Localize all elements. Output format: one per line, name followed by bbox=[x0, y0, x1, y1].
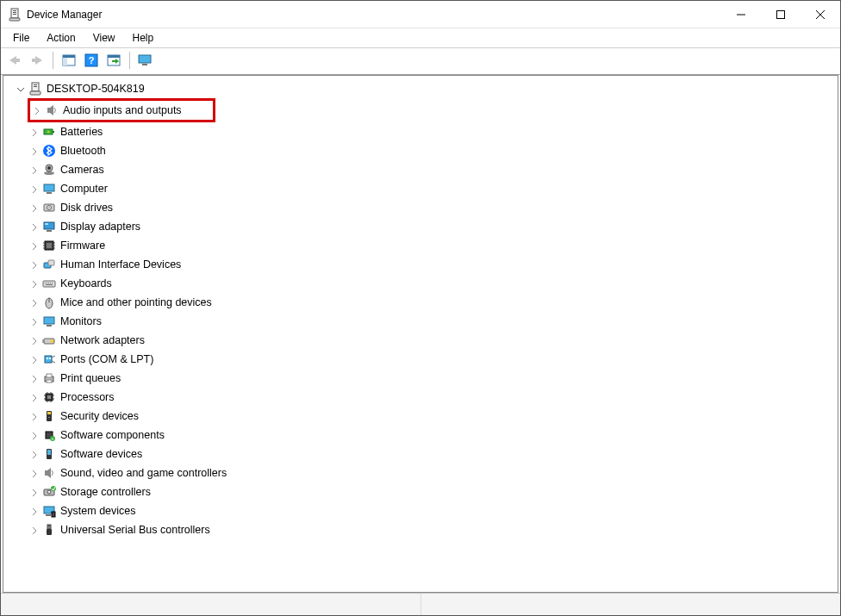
svg-rect-58 bbox=[46, 284, 53, 285]
tree-category[interactable]: Display adapters bbox=[7, 217, 838, 236]
expand-icon[interactable] bbox=[28, 258, 40, 271]
network-icon bbox=[41, 333, 57, 348]
expand-icon[interactable] bbox=[28, 448, 40, 460]
sw-component-icon: + bbox=[41, 427, 57, 443]
tree-category[interactable]: Monitors bbox=[7, 312, 838, 331]
svg-rect-43 bbox=[47, 243, 52, 248]
help-button[interactable]: ? bbox=[81, 51, 102, 70]
expand-icon[interactable] bbox=[28, 296, 40, 308]
expand-icon[interactable] bbox=[28, 410, 40, 422]
tree-category[interactable]: Ports (COM & LPT) bbox=[7, 350, 838, 369]
svg-rect-100 bbox=[52, 512, 55, 517]
svg-rect-68 bbox=[47, 358, 48, 359]
expand-icon[interactable] bbox=[28, 126, 40, 138]
svg-rect-1 bbox=[13, 10, 16, 11]
svg-rect-103 bbox=[48, 526, 50, 526]
tree-category[interactable]: Software devices bbox=[7, 445, 838, 464]
maximize-button[interactable] bbox=[761, 1, 801, 28]
tree-category[interactable]: Storage controllers bbox=[7, 482, 838, 501]
svg-rect-2 bbox=[13, 12, 16, 13]
svg-rect-99 bbox=[46, 514, 51, 516]
tree-category[interactable]: Processors bbox=[7, 388, 838, 407]
monitor-button[interactable] bbox=[135, 51, 156, 70]
show-hide-tree-button[interactable] bbox=[59, 51, 79, 70]
expand-icon[interactable] bbox=[28, 372, 40, 384]
svg-rect-57 bbox=[52, 283, 53, 283]
tree-category[interactable]: Keyboards bbox=[7, 274, 838, 293]
svg-rect-13 bbox=[63, 58, 67, 65]
sw-device-icon bbox=[41, 446, 57, 462]
help-icon: ? bbox=[84, 53, 98, 67]
expand-icon[interactable] bbox=[28, 277, 40, 289]
expand-icon[interactable] bbox=[28, 221, 40, 233]
menu-file[interactable]: File bbox=[4, 30, 38, 46]
tree-category[interactable]: System devices bbox=[7, 501, 838, 520]
tree-category[interactable]: Firmware bbox=[7, 236, 838, 255]
arrow-left-icon bbox=[8, 55, 22, 65]
svg-rect-64 bbox=[51, 339, 53, 343]
tree-category[interactable]: Audio inputs and outputs bbox=[30, 101, 213, 120]
camera-icon bbox=[41, 162, 57, 177]
tree-category[interactable]: Computer bbox=[7, 179, 838, 198]
back-button[interactable] bbox=[4, 51, 25, 70]
tree-category[interactable]: Universal Serial Bus controllers bbox=[7, 520, 838, 539]
expand-icon[interactable] bbox=[28, 240, 40, 252]
category-label: Universal Serial Bus controllers bbox=[60, 520, 210, 539]
tree-category[interactable]: Cameras bbox=[7, 160, 838, 179]
tree-category[interactable]: Print queues bbox=[7, 369, 838, 388]
expand-icon[interactable] bbox=[28, 164, 40, 176]
tree-category[interactable]: Security devices bbox=[7, 407, 838, 426]
category-label: Storage controllers bbox=[60, 482, 151, 501]
tree-category[interactable]: Sound, video and game controllers bbox=[7, 464, 838, 482]
device-tree-pane[interactable]: DESKTOP-504K819 Audio inputs and outputs… bbox=[3, 75, 838, 593]
expand-icon[interactable] bbox=[28, 505, 40, 517]
menu-view[interactable]: View bbox=[84, 30, 124, 46]
collapse-icon[interactable] bbox=[14, 83, 26, 95]
tree-category[interactable]: Disk drives bbox=[7, 198, 838, 217]
menu-help[interactable]: Help bbox=[124, 30, 163, 46]
category-label: Monitors bbox=[60, 312, 102, 331]
expand-icon[interactable] bbox=[28, 145, 40, 157]
tree-root-label: DESKTOP-504K819 bbox=[47, 79, 145, 98]
expand-icon[interactable] bbox=[28, 486, 40, 498]
svg-rect-87 bbox=[48, 417, 50, 418]
status-section-left bbox=[1, 594, 421, 615]
menu-action[interactable]: Action bbox=[38, 30, 84, 46]
tree-category[interactable]: +Software components bbox=[7, 426, 838, 445]
expand-icon[interactable] bbox=[28, 202, 40, 214]
expand-icon[interactable] bbox=[28, 334, 40, 346]
svg-rect-34 bbox=[44, 184, 54, 191]
expand-icon[interactable] bbox=[28, 353, 40, 365]
battery-icon bbox=[41, 124, 57, 140]
svg-point-31 bbox=[44, 171, 54, 175]
tree-category[interactable]: Human Interface Devices bbox=[7, 255, 838, 274]
expand-icon[interactable] bbox=[28, 429, 40, 441]
tree-root[interactable]: DESKTOP-504K819 bbox=[7, 79, 838, 98]
expand-icon[interactable] bbox=[28, 467, 40, 479]
app-icon bbox=[8, 8, 22, 22]
expand-icon[interactable] bbox=[30, 104, 42, 116]
svg-rect-19 bbox=[139, 55, 151, 63]
bluetooth-icon bbox=[41, 143, 57, 159]
close-button[interactable] bbox=[801, 1, 840, 28]
expand-icon[interactable] bbox=[28, 391, 40, 403]
category-label: Processors bbox=[60, 388, 115, 407]
svg-rect-3 bbox=[13, 14, 16, 15]
expand-icon[interactable] bbox=[28, 183, 40, 195]
scan-hardware-button[interactable] bbox=[103, 51, 124, 70]
svg-marker-10 bbox=[32, 56, 42, 65]
firmware-icon bbox=[41, 238, 57, 253]
tree-category[interactable]: Mice and other pointing devices bbox=[7, 293, 838, 312]
tree-category[interactable]: Network adapters bbox=[7, 331, 838, 350]
svg-rect-23 bbox=[34, 86, 37, 87]
tree-category[interactable]: Batteries bbox=[7, 122, 838, 141]
expand-icon[interactable] bbox=[28, 315, 40, 327]
forward-button[interactable] bbox=[27, 51, 47, 70]
usb-icon bbox=[41, 522, 57, 538]
minimize-button[interactable] bbox=[721, 1, 761, 28]
svg-rect-0 bbox=[11, 9, 18, 18]
tree-category[interactable]: Bluetooth bbox=[7, 141, 838, 160]
category-label: Print queues bbox=[60, 369, 121, 388]
svg-rect-51 bbox=[48, 260, 54, 265]
expand-icon[interactable] bbox=[28, 524, 40, 536]
